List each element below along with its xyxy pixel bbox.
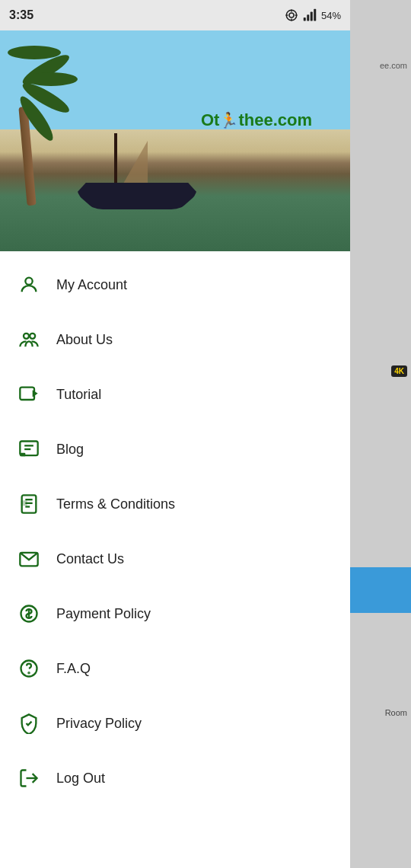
brand-name: Ot🏃thee.com (201, 110, 312, 129)
document-icon (15, 490, 43, 518)
menu-list: My Account About Us Tutorial Blog (0, 251, 350, 868)
svg-rect-7 (307, 14, 309, 21)
menu-label-log-out: Log Out (56, 771, 105, 787)
menu-label-tutorial: Tutorial (56, 387, 101, 403)
menu-item-tutorial[interactable]: Tutorial (0, 367, 350, 422)
svg-point-27 (28, 672, 29, 673)
person-icon (15, 271, 43, 298)
menu-label-privacy-policy: Privacy Policy (56, 716, 142, 732)
people-icon (15, 326, 43, 353)
menu-label-faq: F.A.Q (56, 661, 91, 677)
svg-point-11 (24, 333, 29, 339)
boat (76, 183, 198, 209)
menu-item-about-us[interactable]: About Us (0, 312, 350, 367)
side-drawer: 3:35 54% (0, 0, 350, 868)
dollar-icon (15, 600, 43, 627)
svg-point-1 (289, 13, 294, 18)
svg-rect-13 (20, 388, 34, 400)
svg-point-10 (25, 278, 32, 285)
shield-icon (15, 710, 43, 737)
menu-item-my-account[interactable]: My Account (0, 257, 350, 312)
battery-percent: 54% (321, 10, 341, 21)
logout-icon (15, 764, 43, 792)
video-icon (15, 381, 43, 408)
menu-label-contact-us: Contact Us (56, 551, 124, 567)
menu-item-privacy-policy[interactable]: Privacy Policy (0, 696, 350, 751)
hero-image: Ot🏃thee.com (0, 30, 350, 251)
svg-rect-8 (311, 12, 313, 21)
brand-domain: .com (273, 110, 312, 129)
menu-item-terms-conditions[interactable]: Terms & Conditions (0, 477, 350, 531)
brand-logo: Ot🏃thee.com (201, 110, 312, 130)
status-bar: 3:35 54% (0, 0, 350, 30)
svg-rect-6 (304, 18, 306, 21)
bg-room-text: Room (385, 708, 407, 717)
status-icons: 54% (285, 8, 341, 22)
menu-label-payment-policy: Payment Policy (56, 606, 151, 622)
blog-icon (15, 436, 43, 463)
background-panel: ee.com 4K Room (342, 0, 411, 868)
menu-item-blog[interactable]: Blog (0, 422, 350, 477)
bg-blue-block (350, 567, 411, 613)
menu-item-log-out[interactable]: Log Out (0, 751, 350, 806)
menu-label-about-us: About Us (56, 332, 113, 348)
svg-rect-18 (20, 453, 25, 457)
svg-point-12 (30, 333, 35, 339)
menu-label-terms-conditions: Terms & Conditions (56, 496, 175, 512)
target-icon (285, 8, 298, 22)
bg-4k-badge: 4K (391, 365, 407, 377)
svg-rect-9 (314, 9, 316, 21)
signal-icon (303, 8, 317, 22)
question-icon (15, 655, 43, 682)
menu-item-contact-us[interactable]: Contact Us (0, 531, 350, 586)
envelope-icon (15, 545, 43, 573)
menu-item-payment-policy[interactable]: Payment Policy (0, 586, 350, 641)
svg-rect-23 (21, 500, 27, 506)
menu-label-my-account: My Account (56, 277, 127, 293)
bg-url-text: ee.com (380, 61, 407, 70)
status-time: 3:35 (9, 8, 33, 22)
menu-item-faq[interactable]: F.A.Q (0, 641, 350, 696)
menu-label-blog: Blog (56, 442, 84, 458)
